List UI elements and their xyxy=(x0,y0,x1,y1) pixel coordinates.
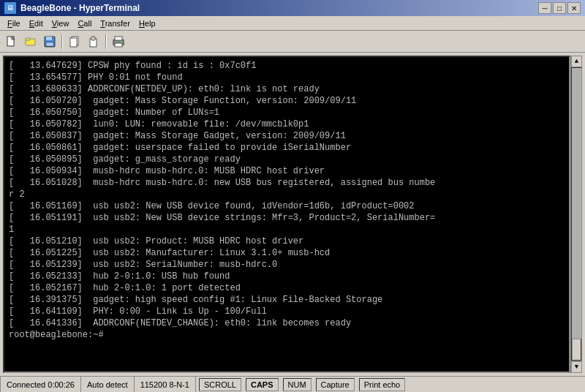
terminal-line: [ 16.052133] hub 2-0:1.0: USB hub found xyxy=(9,271,565,282)
maximize-button[interactable]: □ xyxy=(553,2,566,14)
title-buttons: ─ □ ✕ xyxy=(538,2,581,14)
svg-rect-12 xyxy=(115,37,122,40)
status-connected: Connected 0:00:26 xyxy=(0,377,81,392)
terminal-line: [ 13.647629] CPSW phy found : id is : 0x… xyxy=(9,60,565,72)
paste-button[interactable] xyxy=(85,34,102,50)
terminal-line: [ 16.391375] gadget: high speed config #… xyxy=(9,294,565,306)
minimize-button[interactable]: ─ xyxy=(538,2,551,14)
terminal-line: root@beaglebone:~# xyxy=(9,329,565,341)
terminal-content: [ 13.647629] CPSW phy found : id is : 0x… xyxy=(9,60,565,341)
terminal-line: [ 16.050861] gadget: userspace failed to… xyxy=(9,142,565,154)
terminal-line: [ 16.052167] hub 2-0:1.0: 1 port detecte… xyxy=(9,282,565,294)
menu-help[interactable]: Help xyxy=(135,18,160,29)
menu-view[interactable]: View xyxy=(48,18,74,29)
scrollbar[interactable]: ▲ ▼ xyxy=(570,56,582,373)
terminal-line: [ 16.051225] usb usb2: Manufacturer: Lin… xyxy=(9,247,565,259)
menu-edit[interactable]: Edit xyxy=(25,18,48,29)
save-button[interactable] xyxy=(41,34,58,50)
terminal-line: [ 16.051210] usb usb2: Product: MUSB HDR… xyxy=(9,235,565,247)
separator-2 xyxy=(105,34,107,49)
terminal-line: [ 16.050837] gadget: Mass Storage Gadget… xyxy=(9,130,565,142)
separator-1 xyxy=(61,34,63,49)
terminal-line: [ 16.641109] PHY: 0:00 - Link is Up - 10… xyxy=(9,306,565,317)
terminal-line: [ 16.051239] usb usb2: SerialNumber: mus… xyxy=(9,259,565,271)
svg-rect-6 xyxy=(46,42,53,46)
title-bar: 🖥 BeagleBone - HyperTerminal ─ □ ✕ xyxy=(0,0,585,16)
status-print-echo: Print echo xyxy=(359,378,406,391)
status-caps: CAPS xyxy=(246,378,279,391)
terminal-line: [ 13.654577] PHY 0:01 not found xyxy=(9,72,565,83)
app-icon: 🖥 xyxy=(4,2,16,14)
main-area: [ 13.647629] CPSW phy found : id is : 0x… xyxy=(0,53,585,376)
terminal-line: 1 xyxy=(9,224,565,235)
terminal-line: r 2 xyxy=(9,189,565,200)
scroll-track[interactable] xyxy=(571,67,582,361)
status-scroll: SCROLL xyxy=(199,378,241,391)
close-button[interactable]: ✕ xyxy=(567,2,581,14)
scroll-thumb[interactable] xyxy=(572,339,581,361)
menu-file[interactable]: File xyxy=(3,18,25,29)
status-baud: 115200 8-N-1 xyxy=(135,377,196,392)
status-bar: Connected 0:00:26 Auto detect 115200 8-N… xyxy=(0,376,585,392)
svg-rect-13 xyxy=(115,43,122,47)
open-button[interactable] xyxy=(22,34,39,50)
new-button[interactable] xyxy=(3,34,20,50)
terminal-line: [ 16.050782] lun0: LUN: removable file: … xyxy=(9,118,565,130)
scroll-up-button[interactable]: ▲ xyxy=(571,56,582,67)
terminal-line: [ 16.641336] ADDRCONF(NETDEV_CHANGE): et… xyxy=(9,317,565,329)
terminal-line: [ 16.051191] usb usb2: New USB device st… xyxy=(9,212,565,224)
terminal-line: [ 16.051028] musb-hdrc musb-hdrc.0: new … xyxy=(9,177,565,189)
menu-bar: File Edit View Call Transfer Help xyxy=(0,16,585,31)
status-indicators: SCROLL CAPS NUM Capture Print echo xyxy=(196,377,585,392)
status-auto-detect: Auto detect xyxy=(81,377,135,392)
terminal-line: [ 16.050934] musb-hdrc musb-hdrc.0: MUSB… xyxy=(9,165,565,177)
toolbar xyxy=(0,31,585,53)
terminal[interactable]: [ 13.647629] CPSW phy found : id is : 0x… xyxy=(3,56,570,373)
scroll-down-button[interactable]: ▼ xyxy=(571,361,582,373)
terminal-line: [ 16.051169] usb usb2: New USB device fo… xyxy=(9,200,565,212)
terminal-line: [ 16.050720] gadget: Mass Storage Functi… xyxy=(9,95,565,107)
status-capture: Capture xyxy=(316,378,355,391)
window-title: BeagleBone - HyperTerminal xyxy=(20,3,140,13)
terminal-line: [ 16.050895] gadget: g_mass_storage read… xyxy=(9,154,565,165)
svg-rect-10 xyxy=(91,37,95,40)
svg-rect-5 xyxy=(46,37,52,40)
copy-button[interactable] xyxy=(66,34,83,50)
svg-point-14 xyxy=(121,41,122,42)
print-button[interactable] xyxy=(110,34,127,50)
svg-rect-8 xyxy=(70,38,77,47)
menu-transfer[interactable]: Transfer xyxy=(96,18,135,29)
terminal-line: [ 16.050750] gadget: Number of LUNs=1 xyxy=(9,107,565,118)
status-num: NUM xyxy=(283,378,312,391)
svg-rect-3 xyxy=(26,38,30,40)
terminal-line: [ 13.680633] ADDRCONF(NETDEV_UP): eth0: … xyxy=(9,83,565,95)
menu-call[interactable]: Call xyxy=(73,18,96,29)
